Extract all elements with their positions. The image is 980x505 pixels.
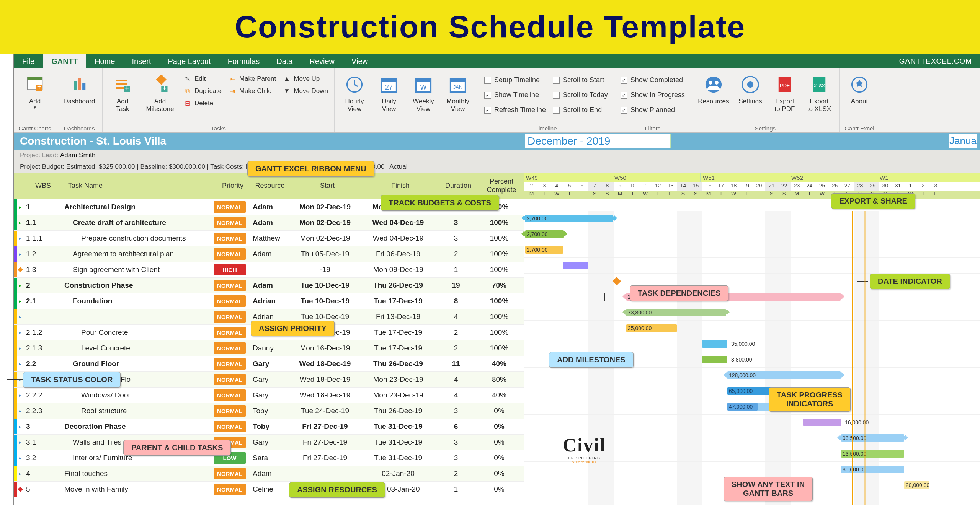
finish-cell[interactable]: Thu 26-Dec-19 [361,360,435,368]
duration-cell[interactable]: 4 [435,313,477,321]
start-cell[interactable]: Fri 27-Dec-19 [289,438,361,446]
milestone-marker[interactable] [612,277,621,286]
wbs-cell[interactable]: 4 [24,469,61,478]
delete-button[interactable]: ⊟Delete [181,98,224,109]
pct-cell[interactable]: 100% [477,218,521,227]
task-row[interactable]: ▸ 2.2 Ground Floor NORMAL Gary Wed 18-De… [14,356,524,372]
menu-home[interactable]: Home [86,54,123,68]
task-row[interactable]: ▸ 2.1 Foundation NORMAL Adrian Tue 10-De… [14,293,524,309]
expand-icon[interactable]: ▸ [17,283,24,288]
wbs-cell[interactable]: 2.2.2 [24,391,61,399]
setup-timeline-check[interactable]: Setup Timeline [482,75,548,86]
scroll-today-check[interactable]: Scroll to Today [550,90,610,101]
gantt-bar[interactable]: 2,700.00 [525,246,563,254]
duration-cell[interactable]: 4 [435,391,477,399]
wbs-cell[interactable]: 1.1 [24,218,61,227]
dashboard-button[interactable]: Dashboard [60,71,98,107]
add-task-button[interactable]: + Add Task [106,71,139,114]
refresh-timeline-check[interactable]: ✓Refresh Timeline [482,104,548,116]
priority-cell[interactable]: NORMAL [214,389,246,401]
priority-cell[interactable]: NORMAL [214,421,246,432]
menu-file[interactable]: File [14,54,43,68]
expand-icon[interactable]: ▸ [17,456,24,461]
pct-cell[interactable]: 100% [477,297,521,305]
wbs-cell[interactable]: 3.2 [24,454,61,462]
start-cell[interactable]: Mon 02-Dec-19 [289,203,361,211]
duration-cell[interactable]: 3 [435,454,477,462]
show-planned-check[interactable]: ✓Show Planned [618,104,687,116]
duration-cell[interactable]: 2 [435,250,477,258]
start-cell[interactable]: Mon 02-Dec-19 [289,218,361,227]
menu-page-layout[interactable]: Page Layout [160,54,219,68]
finish-cell[interactable]: 02-Jan-20 [361,469,435,478]
priority-cell[interactable]: NORMAL [214,342,246,354]
start-cell[interactable]: Mon 02-Dec-19 [289,234,361,243]
task-name-cell[interactable]: Move in with Family [61,485,213,494]
resource-cell[interactable]: Danny [247,344,289,352]
wbs-cell[interactable]: 2.1.2 [24,328,61,337]
wbs-cell[interactable]: 2.2.3 [24,407,61,415]
pct-cell[interactable]: 0% [477,407,521,415]
duration-cell[interactable]: 2 [435,328,477,337]
task-name-cell[interactable]: Agreement to architectural plan [61,250,213,258]
task-name-cell[interactable]: Architectural Design [61,203,213,211]
finish-cell[interactable]: Mon 23-Dec-19 [361,391,435,399]
gantt-bar[interactable]: 13,500.00 [841,450,904,458]
resource-cell[interactable]: Gary [247,438,289,446]
gantt-bar[interactable] [803,419,841,426]
gantt-bar[interactable]: 20,000.00 [904,481,929,489]
duration-cell[interactable]: 6 [435,422,477,431]
task-name-cell[interactable]: Ground Floor [61,360,213,368]
menu-gantt[interactable]: GANTT [43,54,86,68]
pct-cell[interactable]: 100% [477,234,521,243]
priority-cell[interactable]: NORMAL [214,201,246,213]
task-row[interactable]: ▸ 2.2.2 Windows/ Door NORMAL Gary Wed 18… [14,388,524,403]
resource-cell[interactable]: Toby [247,407,289,415]
expand-icon[interactable]: ▸ [17,471,24,476]
task-row[interactable]: ▸ 3.2 Interiors/ Furniture LOW Sara Fri … [14,450,524,466]
pct-cell[interactable]: 0% [477,422,521,431]
gantt-bar[interactable]: 2,700.00 [525,215,613,222]
resource-cell[interactable]: Adam [247,203,289,211]
finish-cell[interactable]: Mon 09-Dec-19 [361,266,435,274]
wbs-cell[interactable]: 2 [24,281,61,290]
task-name-cell[interactable]: Pour Concrete [61,328,213,337]
expand-icon[interactable]: ▸ [17,205,24,210]
settings-button[interactable]: Settings [734,71,766,107]
finish-cell[interactable]: Fri 06-Dec-19 [361,250,435,258]
scroll-end-check[interactable]: Scroll to End [550,104,610,116]
wbs-cell[interactable]: 2.1 [24,297,61,305]
task-name-cell[interactable]: Windows/ Door [61,391,213,399]
expand-icon[interactable] [17,487,24,491]
duration-cell[interactable]: 3 [435,218,477,227]
priority-cell[interactable]: NORMAL [214,248,246,260]
resource-cell[interactable]: Adam [247,469,289,478]
wbs-cell[interactable]: 1 [24,203,61,211]
priority-cell[interactable]: NORMAL [214,311,246,323]
resources-button[interactable]: Resources [695,71,732,107]
task-row[interactable]: ▸ 3.1 Walls and Tiles NORMAL Gary Fri 27… [14,435,524,450]
pct-cell[interactable]: 100% [477,344,521,352]
show-timeline-check[interactable]: ✓Show Timeline [482,90,548,101]
pct-cell[interactable]: 0% [477,438,521,446]
menu-data[interactable]: Data [268,54,301,68]
duration-cell[interactable]: 8 [435,297,477,305]
expand-icon[interactable]: ▸ [17,409,24,414]
priority-cell[interactable]: NORMAL [214,280,246,291]
resource-cell[interactable]: Adam [247,250,289,258]
finish-cell[interactable]: Thu 26-Dec-19 [361,407,435,415]
weekly-view-button[interactable]: WWeekly View [407,71,439,114]
col-name[interactable]: Task Name [65,182,217,190]
task-row[interactable]: ▸ 1.1.1 Prepare construction documents N… [14,231,524,246]
priority-cell[interactable]: NORMAL [214,374,246,385]
task-row[interactable]: ▸ 1.2 Agreement to architectural plan NO… [14,246,524,262]
task-name-cell[interactable]: Level Concrete [61,344,213,352]
col-resource[interactable]: Resource [249,182,291,190]
wbs-cell[interactable]: 5 [24,485,61,494]
pct-cell[interactable]: 0% [477,469,521,478]
duration-cell[interactable]: 3 [435,234,477,243]
duration-cell[interactable]: 2 [435,344,477,352]
resource-cell[interactable]: Adam [247,281,289,290]
start-cell[interactable]: Tue 10-Dec-19 [289,297,361,305]
task-row[interactable]: ▸ 1.1 Create draft of architecture NORMA… [14,215,524,231]
